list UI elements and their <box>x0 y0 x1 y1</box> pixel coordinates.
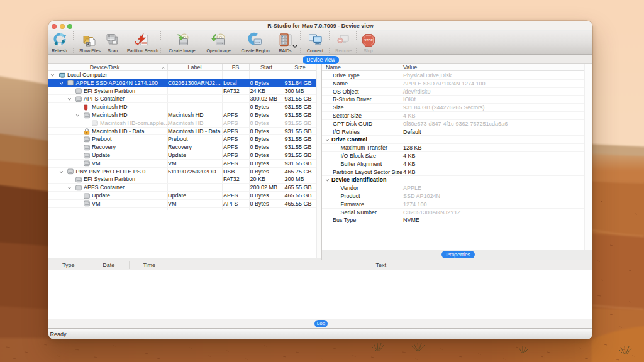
svg-text:STOP: STOP <box>364 38 373 42</box>
